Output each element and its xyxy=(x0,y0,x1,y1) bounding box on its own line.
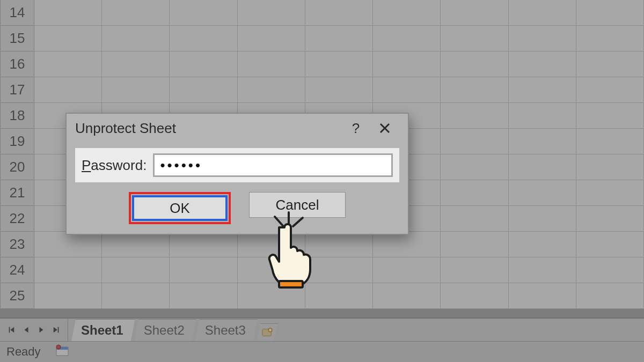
cell[interactable] xyxy=(576,103,644,129)
cell[interactable] xyxy=(576,232,644,257)
cell[interactable] xyxy=(34,77,102,103)
cell[interactable] xyxy=(238,0,305,26)
cell[interactable] xyxy=(576,154,644,180)
cell[interactable] xyxy=(34,232,102,257)
cell[interactable] xyxy=(441,103,508,129)
cell[interactable] xyxy=(373,51,441,77)
cell[interactable] xyxy=(441,26,508,51)
sheet-nav-first[interactable] xyxy=(4,322,18,338)
cell[interactable] xyxy=(373,26,441,51)
cell[interactable] xyxy=(170,0,237,26)
sheet-tab-2[interactable]: Sheet2 xyxy=(134,319,196,341)
row-header[interactable]: 19 xyxy=(0,129,34,154)
cell[interactable] xyxy=(441,232,508,257)
cell[interactable] xyxy=(576,77,644,103)
cell[interactable] xyxy=(102,51,170,77)
cell[interactable] xyxy=(441,257,508,283)
cell[interactable] xyxy=(441,51,508,77)
cell[interactable] xyxy=(238,77,305,103)
cell[interactable] xyxy=(441,0,508,26)
ok-button[interactable]: OK xyxy=(134,197,225,219)
cell[interactable] xyxy=(34,257,102,283)
cell[interactable] xyxy=(509,180,576,206)
cell[interactable] xyxy=(509,154,576,180)
dialog-titlebar[interactable]: Unprotect Sheet ? xyxy=(67,114,408,143)
cell[interactable] xyxy=(34,0,102,26)
cell[interactable] xyxy=(170,51,237,77)
cell[interactable] xyxy=(509,206,576,232)
cell[interactable] xyxy=(170,26,237,51)
cell[interactable] xyxy=(509,232,576,257)
cell[interactable] xyxy=(441,206,508,232)
cell[interactable] xyxy=(170,77,237,103)
row-header[interactable]: 15 xyxy=(0,26,34,51)
cell[interactable] xyxy=(509,51,576,77)
sheet-nav-last[interactable] xyxy=(49,322,63,338)
row-header[interactable]: 23 xyxy=(0,232,34,257)
cell[interactable] xyxy=(509,26,576,51)
cell[interactable] xyxy=(102,283,170,309)
cell[interactable] xyxy=(509,77,576,103)
cell[interactable] xyxy=(576,26,644,51)
cell[interactable] xyxy=(170,257,237,283)
cell[interactable] xyxy=(305,77,373,103)
cell[interactable] xyxy=(102,0,170,26)
cell[interactable] xyxy=(441,154,508,180)
row-header[interactable]: 14 xyxy=(0,0,34,26)
cell[interactable] xyxy=(441,129,508,154)
password-input[interactable] xyxy=(153,153,393,177)
cell[interactable] xyxy=(373,0,441,26)
cell[interactable] xyxy=(170,232,237,257)
cell[interactable] xyxy=(373,283,441,309)
cell[interactable] xyxy=(102,26,170,51)
cell[interactable] xyxy=(34,283,102,309)
cell[interactable] xyxy=(34,26,102,51)
cell[interactable] xyxy=(102,232,170,257)
cell[interactable] xyxy=(441,77,508,103)
new-sheet-button[interactable] xyxy=(257,323,278,341)
dialog-close-button[interactable] xyxy=(370,117,399,139)
cell[interactable] xyxy=(509,257,576,283)
grid-row: 25 xyxy=(0,283,644,309)
sheet-tab-3[interactable]: Sheet3 xyxy=(195,319,258,341)
cell[interactable] xyxy=(576,283,644,309)
cell[interactable] xyxy=(576,257,644,283)
macro-record-icon[interactable] xyxy=(55,344,70,360)
row-header[interactable]: 24 xyxy=(0,257,34,283)
cell[interactable] xyxy=(509,283,576,309)
row-header[interactable]: 17 xyxy=(0,77,34,103)
cell[interactable] xyxy=(509,103,576,129)
cell[interactable] xyxy=(441,283,508,309)
sheet-nav-buttons xyxy=(0,319,68,341)
sheet-nav-next[interactable] xyxy=(34,322,48,338)
cell[interactable] xyxy=(305,26,373,51)
cell[interactable] xyxy=(509,129,576,154)
cell[interactable] xyxy=(170,283,237,309)
cell[interactable] xyxy=(373,257,441,283)
cell[interactable] xyxy=(576,206,644,232)
cell[interactable] xyxy=(238,51,305,77)
cell[interactable] xyxy=(576,129,644,154)
cell[interactable] xyxy=(305,51,373,77)
row-header[interactable]: 16 xyxy=(0,51,34,77)
cell[interactable] xyxy=(441,180,508,206)
cell[interactable] xyxy=(373,77,441,103)
cell[interactable] xyxy=(373,232,441,257)
cell[interactable] xyxy=(238,26,305,51)
cell[interactable] xyxy=(576,51,644,77)
row-header[interactable]: 22 xyxy=(0,206,34,232)
cell[interactable] xyxy=(102,77,170,103)
cell[interactable] xyxy=(102,257,170,283)
row-header[interactable]: 21 xyxy=(0,180,34,206)
row-header[interactable]: 20 xyxy=(0,154,34,180)
cell[interactable] xyxy=(509,0,576,26)
cell[interactable] xyxy=(305,0,373,26)
row-header[interactable]: 25 xyxy=(0,283,34,309)
cell[interactable] xyxy=(576,0,644,26)
cell[interactable] xyxy=(34,51,102,77)
dialog-help-button[interactable]: ? xyxy=(341,117,370,139)
row-header[interactable]: 18 xyxy=(0,103,34,129)
sheet-nav-prev[interactable] xyxy=(19,322,33,338)
sheet-tab-1[interactable]: Sheet1 xyxy=(71,319,135,341)
cell[interactable] xyxy=(576,180,644,206)
